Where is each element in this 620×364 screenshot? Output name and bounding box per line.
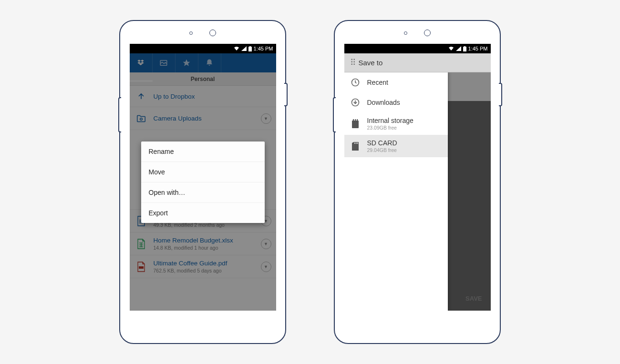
- storage-icon: [350, 119, 361, 129]
- svg-rect-19: [357, 119, 358, 121]
- drawer-label: Recent: [367, 79, 442, 86]
- svg-rect-18: [355, 119, 356, 121]
- menu-item-export[interactable]: Export: [141, 203, 265, 223]
- clock-icon: [350, 77, 361, 88]
- download-icon: [350, 97, 361, 108]
- sd-card-icon: [350, 141, 361, 152]
- screen-left: 1:45 PM Personal Up to Dropbox: [130, 44, 276, 311]
- menu-item-move[interactable]: Move: [141, 162, 265, 182]
- wifi-icon: [234, 46, 239, 51]
- status-bar: 1:45 PM: [344, 44, 491, 53]
- drawer-item-recent[interactable]: Recent: [344, 72, 448, 92]
- svg-rect-17: [353, 119, 354, 121]
- battery-icon: [463, 46, 466, 51]
- drawer-toggle-icon[interactable]: ⠿: [350, 58, 354, 68]
- menu-item-open-with[interactable]: Open with…: [141, 182, 265, 203]
- drawer-item-sd-card[interactable]: SD CARD 29.04GB free: [344, 135, 448, 157]
- phone-sensors: [120, 30, 285, 36]
- menu-item-rename[interactable]: Rename: [141, 142, 265, 162]
- drawer-scrim[interactable]: [448, 101, 491, 311]
- drawer-sublabel: 29.04GB free: [367, 147, 442, 153]
- svg-rect-16: [352, 121, 359, 128]
- phone-mockup-right: 1:45 PM ⠿ Save to SAVE Recent: [334, 20, 501, 344]
- wifi-icon: [448, 46, 454, 51]
- svg-rect-1: [249, 46, 251, 47]
- signal-icon: [456, 46, 461, 51]
- drawer-label: Downloads: [367, 99, 442, 106]
- context-menu: Rename Move Open with… Export: [141, 142, 265, 223]
- drawer-sublabel: 23.09GB free: [367, 125, 442, 131]
- svg-rect-22: [357, 142, 358, 144]
- drawer-label: SD CARD: [367, 139, 442, 147]
- svg-rect-0: [248, 47, 252, 51]
- battery-icon: [248, 46, 252, 51]
- save-to-header: ⠿ Save to: [344, 53, 491, 72]
- screen-right: 1:45 PM ⠿ Save to SAVE Recent: [344, 44, 491, 311]
- location-drawer: Recent Downloads Internal storage 23.09G…: [344, 72, 448, 311]
- phone-mockup-left: 1:45 PM Personal Up to Dropbox: [119, 20, 286, 344]
- svg-rect-13: [464, 46, 465, 47]
- drawer-item-internal-storage[interactable]: Internal storage 23.09GB free: [344, 112, 448, 135]
- svg-rect-20: [354, 142, 355, 144]
- phone-sensors: [335, 30, 500, 36]
- status-bar: 1:45 PM: [130, 44, 276, 53]
- svg-rect-12: [463, 47, 466, 51]
- drawer-item-downloads[interactable]: Downloads: [344, 92, 448, 112]
- svg-rect-21: [356, 142, 357, 144]
- drawer-label: Internal storage: [367, 117, 442, 124]
- status-time: 1:45 PM: [254, 46, 273, 51]
- save-to-title: Save to: [359, 59, 383, 67]
- signal-icon: [241, 46, 247, 51]
- status-time: 1:45 PM: [468, 46, 488, 51]
- save-button[interactable]: SAVE: [461, 291, 486, 306]
